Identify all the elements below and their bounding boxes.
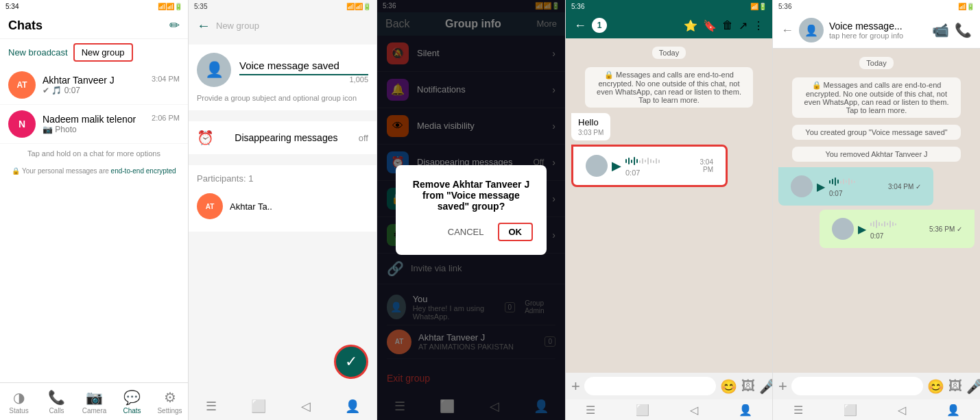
chat2-back-btn[interactable]: ← xyxy=(781,23,793,38)
modal-ok-button[interactable]: OK xyxy=(498,223,534,241)
svg-rect-14 xyxy=(832,179,833,184)
chat2-sub: tap here for group info xyxy=(829,32,927,40)
chat-avatar-1: AT xyxy=(8,71,36,99)
bbar-back-4[interactable]: ◁ xyxy=(690,404,698,417)
more-icon[interactable]: ⋮ xyxy=(753,19,764,32)
chat-back-btn-1[interactable]: ← xyxy=(574,18,586,33)
bottom-menu-icon[interactable]: ☰ xyxy=(206,399,217,414)
emoji-icon-2[interactable]: 😊 xyxy=(927,378,944,395)
modal-title: Remove Akhtar Tanveer J from "Voice mess… xyxy=(409,179,533,212)
disappearing-value: off xyxy=(359,133,368,143)
trash-icon[interactable]: 🗑 xyxy=(722,19,733,32)
chat-item-1[interactable]: AT Akhtar Tanveer J 3:04 PM ✔ 🎵 0:07 xyxy=(0,66,188,105)
svg-rect-25 xyxy=(876,220,877,228)
bottom-bar-2: ☰ ⬜ ◁ 👤 xyxy=(189,393,377,420)
disappearing-item[interactable]: ⏰ Disappearing messages off xyxy=(197,129,368,146)
chat-time-1: 3:04 PM xyxy=(152,75,180,86)
voice-msg-received[interactable]: ▶ xyxy=(571,145,728,187)
svg-rect-27 xyxy=(881,223,883,226)
edit-icon[interactable]: ✏ xyxy=(169,18,180,33)
time-4: 5:36 xyxy=(571,3,584,10)
plus-icon-2[interactable]: + xyxy=(778,378,787,395)
nav-calls[interactable]: 📞 Calls xyxy=(38,383,75,420)
camera-icon: 📷 xyxy=(86,389,103,406)
svg-rect-2 xyxy=(631,160,632,163)
voice-msg-2-content: ▶ 0:07 xyxy=(785,171,927,201)
voice-play-icon[interactable]: ▶ xyxy=(612,158,621,173)
voice-play-2s[interactable]: ▶ xyxy=(858,223,866,236)
new-group-button[interactable]: New group xyxy=(73,43,133,62)
plus-icon-1[interactable]: + xyxy=(571,378,580,395)
created-msg: You created group "Voice message saved" xyxy=(792,125,961,140)
svg-rect-23 xyxy=(870,223,872,226)
timer-icon: ⏰ xyxy=(197,129,214,146)
group-name-input[interactable] xyxy=(239,57,368,75)
share-icon[interactable]: ↗ xyxy=(739,19,748,32)
bbar-back-5[interactable]: ◁ xyxy=(898,404,906,417)
fab-button[interactable]: ✓ xyxy=(334,345,368,379)
voice-time-2b: 5:36 PM xyxy=(929,225,955,233)
nav-settings[interactable]: ⚙ Settings xyxy=(151,383,189,420)
phone-icon-2[interactable]: 📞 xyxy=(955,22,972,38)
svg-rect-20 xyxy=(848,178,850,185)
signal-2: 📶📶🔋 xyxy=(346,3,371,10)
bbar-home-4[interactable]: ⬜ xyxy=(636,404,649,417)
group-edit-header: ← New group xyxy=(189,12,377,39)
image-icon-1[interactable]: 🖼 xyxy=(741,378,755,394)
voice-msg-content: ▶ xyxy=(580,151,719,181)
system-msg-1: 🔒 Messages and calls are end-to-end encr… xyxy=(585,67,753,108)
bbar-person-4[interactable]: 👤 xyxy=(739,404,752,417)
chat-item-2[interactable]: N Nadeem malik telenor 2:06 PM 📷 Photo xyxy=(0,105,188,144)
bbar-menu-5[interactable]: ☰ xyxy=(793,404,803,417)
new-broadcast-button[interactable]: New broadcast xyxy=(8,47,68,58)
group-edit-form: 👤 1,005 Provide a group subject and opti… xyxy=(189,45,377,110)
nav-chats[interactable]: 💬 Chats xyxy=(113,383,151,420)
bottom-back-icon[interactable]: ◁ xyxy=(301,399,311,414)
nav-camera[interactable]: 📷 Camera xyxy=(75,383,113,420)
status-bar-2: 5:35 📶📶🔋 xyxy=(189,0,377,12)
nav-status[interactable]: ◑ Status xyxy=(0,383,38,420)
chat-input-2[interactable] xyxy=(791,377,923,395)
svg-rect-6 xyxy=(642,158,643,164)
group-avatar-edit: 👤 1,005 xyxy=(197,53,368,87)
bbar-menu-4[interactable]: ☰ xyxy=(586,404,595,417)
mic-icon-1[interactable]: 🎤 xyxy=(759,378,773,395)
svg-rect-15 xyxy=(835,177,836,186)
status-bar-5: 5:36 📶🔋 xyxy=(773,0,980,12)
star-icon[interactable]: ⭐ xyxy=(684,19,697,32)
calls-icon: 📞 xyxy=(48,389,65,406)
hello-time: 3:03 PM xyxy=(578,129,603,136)
participant-item-1[interactable]: AT Akhtar Ta.. xyxy=(197,189,368,223)
panel-group-edit: 5:35 📶📶🔋 ← New group 👤 1,005 Provide a g… xyxy=(189,0,377,420)
time-2: 5:35 xyxy=(194,3,207,10)
back-arrow-2[interactable]: ← xyxy=(197,18,211,34)
day-label-2: Today xyxy=(859,57,893,69)
video-icon-2[interactable]: 📹 xyxy=(932,22,949,38)
svg-rect-26 xyxy=(879,222,880,226)
image-icon-2[interactable]: 🖼 xyxy=(948,378,962,394)
bbar-home-5[interactable]: ⬜ xyxy=(844,404,857,417)
remove-modal: Remove Akhtar Tanveer J from "Voice mess… xyxy=(396,165,547,255)
participants-section: Participants: 1 AT Akhtar Ta.. xyxy=(189,165,377,232)
svg-rect-1 xyxy=(628,158,630,164)
group-avatar-circle[interactable]: 👤 xyxy=(197,53,231,87)
voice-msg-2-received[interactable]: ▶ 0:07 xyxy=(778,167,933,206)
emoji-icon-1[interactable]: 😊 xyxy=(720,378,737,395)
voice-play-2[interactable]: ▶ xyxy=(817,180,825,193)
mic-icon-2[interactable]: 🎤 xyxy=(966,378,980,395)
bottom-home-icon[interactable]: ⬜ xyxy=(251,399,266,414)
modal-cancel-button[interactable]: CANCEL xyxy=(442,223,490,241)
chat-preview-2: 📷 Photo xyxy=(43,125,180,134)
chat-input-bar-2: + 😊 🖼 🎤 xyxy=(773,373,980,399)
chat2-header: ← 👤 Voice message... tap here for group … xyxy=(773,12,980,49)
chat-name-2: Nadeem malik telenor xyxy=(43,114,136,125)
bookmark-icon[interactable]: 🔖 xyxy=(703,19,717,32)
bbar-person-5[interactable]: 👤 xyxy=(946,404,960,417)
chat-info-2: Nadeem malik telenor 2:06 PM 📷 Photo xyxy=(43,114,180,134)
voice-msg-2-sent[interactable]: ▶ 0:07 xyxy=(820,210,975,248)
panel-chats: 5:34 📶📶🔋 Chats ✏ New broadcast New group… xyxy=(0,0,189,420)
encrypted-link[interactable]: end-to-end encrypted xyxy=(111,167,176,175)
chat-input-1[interactable] xyxy=(584,377,716,395)
participant-avatar-1: AT xyxy=(197,193,223,219)
bottom-person-icon[interactable]: 👤 xyxy=(345,399,360,414)
